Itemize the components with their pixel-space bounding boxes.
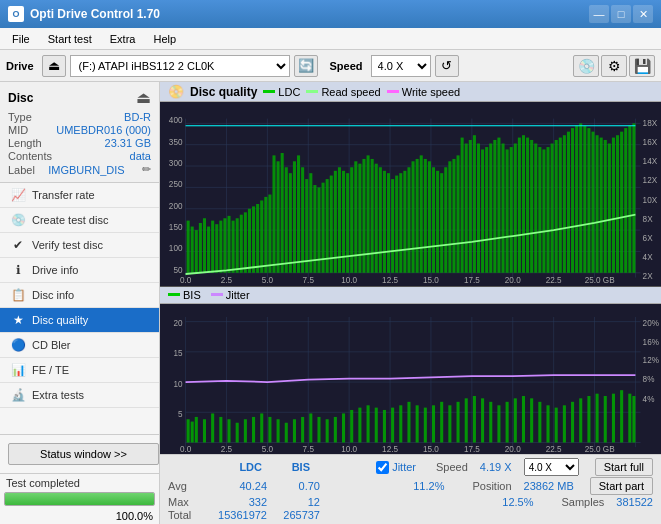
menu-extra[interactable]: Extra	[102, 31, 144, 47]
disc-icon-btn[interactable]: 💿	[573, 55, 599, 77]
action-buttons: Start full	[595, 458, 653, 476]
sidebar-item-create-test-disc[interactable]: 💿 Create test disc	[0, 208, 159, 233]
svg-rect-73	[399, 173, 402, 273]
jitter-checkbox-area: Jitter	[376, 461, 416, 474]
svg-rect-116	[575, 126, 578, 273]
chart-bottom: BIS Jitter	[160, 287, 661, 454]
menu-file[interactable]: File	[4, 31, 38, 47]
sidebar-item-fe-te[interactable]: 📊 FE / TE	[0, 358, 159, 383]
svg-text:2.5: 2.5	[221, 275, 232, 286]
svg-text:20: 20	[173, 318, 182, 329]
disc-eject-icon[interactable]: ⏏	[136, 88, 151, 107]
extra-tests-label: Extra tests	[32, 389, 84, 401]
svg-rect-207	[424, 407, 427, 442]
menu-start-test[interactable]: Start test	[40, 31, 100, 47]
svg-rect-40	[264, 197, 267, 273]
ldc-total: 15361972	[212, 509, 267, 521]
svg-rect-127	[620, 132, 623, 273]
speed-stat-select[interactable]: 4.0 X	[524, 458, 579, 476]
svg-rect-42	[272, 155, 275, 272]
svg-rect-21	[187, 221, 190, 273]
sidebar-item-transfer-rate[interactable]: 📈 Transfer rate	[0, 183, 159, 208]
close-button[interactable]: ✕	[633, 5, 653, 23]
legend-bis-label: BIS	[183, 289, 201, 301]
sidebar-item-cd-bler[interactable]: 🔵 CD Bler	[0, 333, 159, 358]
edit-label-icon[interactable]: ✏	[142, 163, 151, 176]
svg-rect-26	[207, 227, 210, 273]
svg-rect-67	[375, 164, 378, 273]
drive-refresh-icon[interactable]: 🔄	[294, 55, 318, 77]
speed-select[interactable]: 4.0 X 8.0 X MAX	[371, 55, 431, 77]
svg-rect-85	[448, 161, 451, 273]
legend-jitter-label: Jitter	[226, 289, 250, 301]
bis-avg: 0.70	[275, 480, 320, 492]
svg-rect-105	[530, 140, 533, 273]
svg-rect-208	[432, 405, 435, 442]
svg-rect-188	[268, 417, 271, 443]
svg-rect-129	[628, 126, 631, 273]
svg-rect-220	[530, 398, 533, 442]
label-value: IMGBURN_DIS	[48, 164, 124, 176]
svg-rect-124	[608, 144, 611, 273]
sidebar-item-disc-info[interactable]: 📋 Disc info	[0, 283, 159, 308]
bis-total: 265737	[275, 509, 320, 521]
svg-rect-180	[203, 419, 206, 442]
svg-text:400: 400	[169, 115, 183, 126]
stats-max-row: Max 332 12 12.5% Samples 381522	[168, 496, 653, 508]
start-full-button[interactable]: Start full	[595, 458, 653, 476]
svg-text:250: 250	[169, 179, 183, 190]
svg-rect-92	[477, 144, 480, 273]
svg-rect-96	[493, 140, 496, 273]
svg-rect-197	[342, 413, 345, 442]
svg-text:10X: 10X	[643, 194, 658, 205]
max-label: Max	[168, 496, 204, 508]
save-icon-btn[interactable]: 💾	[629, 55, 655, 77]
speed-refresh-icon[interactable]: ↺	[435, 55, 459, 77]
minimize-button[interactable]: —	[589, 5, 609, 23]
svg-text:20.0: 20.0	[505, 275, 521, 286]
sidebar-item-disc-quality[interactable]: ★ Disc quality	[0, 308, 159, 333]
sidebar-item-verify-test-disc[interactable]: ✔ Verify test disc	[0, 233, 159, 258]
info-bar: LDC BIS Jitter Speed 4.19 X 4.0 X Start …	[160, 454, 661, 524]
speed-stat-val: 4.19 X	[480, 461, 512, 473]
svg-rect-43	[277, 161, 280, 273]
svg-rect-213	[473, 396, 476, 443]
svg-rect-100	[510, 147, 513, 273]
sidebar: Disc ⏏ Type BD-R MID UMEBDR016 (000) Len…	[0, 82, 160, 524]
svg-rect-37	[252, 206, 255, 272]
svg-rect-202	[383, 410, 386, 443]
svg-rect-227	[587, 396, 590, 443]
label-label: Label	[8, 164, 35, 176]
svg-rect-119	[587, 128, 590, 273]
menu-help[interactable]: Help	[145, 31, 184, 47]
sidebar-item-extra-tests[interactable]: 🔬 Extra tests	[0, 383, 159, 408]
length-label: Length	[8, 137, 42, 149]
maximize-button[interactable]: □	[611, 5, 631, 23]
length-value: 23.31 GB	[105, 137, 151, 149]
charts-wrapper: 400 350 300 250 200 150 100 50 18X 16X 1…	[160, 102, 661, 454]
drive-select[interactable]: (F:) ATAPI iHBS112 2 CL0K	[70, 55, 290, 77]
svg-rect-23	[195, 230, 198, 273]
settings-icon-btn[interactable]: ⚙	[601, 55, 627, 77]
disc-title: Disc	[8, 91, 33, 105]
svg-rect-199	[358, 407, 361, 442]
chart-header-icon: 📀	[168, 84, 184, 99]
progress-bar	[4, 492, 155, 506]
disc-info-label: Disc info	[32, 289, 74, 301]
jitter-checkbox[interactable]	[376, 461, 389, 474]
svg-text:0.0: 0.0	[180, 443, 191, 454]
status-window-button[interactable]: Status window >>	[8, 443, 159, 465]
drive-eject-icon[interactable]: ⏏	[42, 55, 66, 77]
position-val: 23862 MB	[524, 480, 574, 492]
svg-rect-225	[571, 402, 574, 443]
stats-header-row: LDC BIS Jitter Speed 4.19 X 4.0 X Start …	[168, 458, 653, 476]
legend-ldc-label: LDC	[278, 86, 300, 98]
svg-rect-125	[612, 138, 615, 273]
sidebar-item-drive-info[interactable]: ℹ Drive info	[0, 258, 159, 283]
svg-rect-198	[350, 410, 353, 443]
mid-label: MID	[8, 124, 28, 136]
start-part-button[interactable]: Start part	[590, 477, 653, 495]
svg-rect-123	[604, 140, 607, 273]
svg-text:5: 5	[178, 408, 183, 419]
svg-text:22.5: 22.5	[546, 275, 562, 286]
